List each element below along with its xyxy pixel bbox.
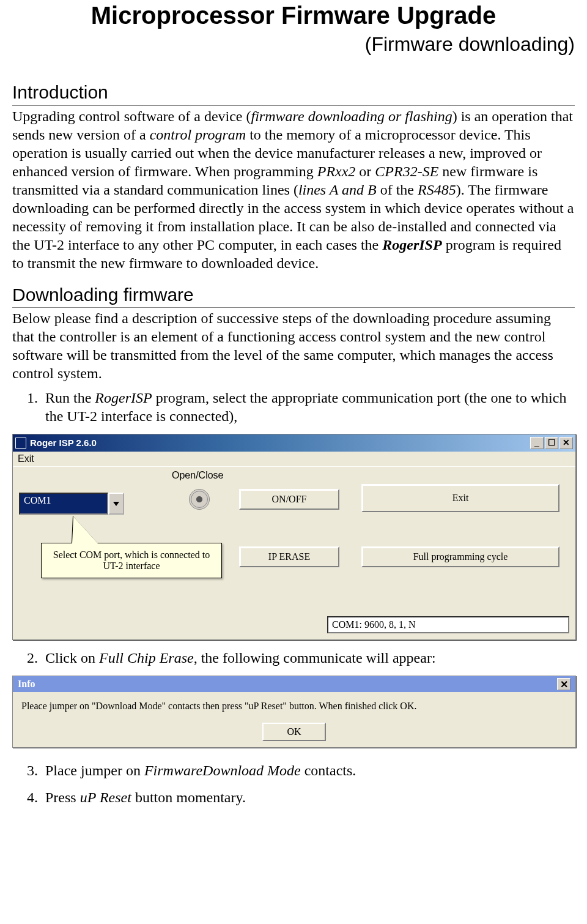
dialog-close-button[interactable]: ✕ [557,678,570,690]
titlebar[interactable]: Roger ISP 2.6.0 _ ☐ ✕ [13,434,575,452]
com-port-combo[interactable]: COM1 [19,493,124,515]
section-heading-downloading: Downloading firmware [12,283,575,308]
downloading-paragraph: Below please find a description of succe… [12,309,575,382]
section-heading-introduction: Introduction [12,81,575,106]
full-programming-cycle-button[interactable]: Full programming cycle [361,546,559,567]
combo-dropdown-button[interactable] [108,493,124,515]
com-port-value[interactable]: COM1 [19,493,108,515]
page-subtitle: (Firmware downloading) [12,32,575,56]
maximize-button[interactable]: ☐ [545,437,558,449]
page-title: Microprocessor Firmware Upgrade [12,0,575,31]
step-4: Press uP Reset button momentary. [42,788,575,807]
rogerisp-window: Roger ISP 2.6.0 _ ☐ ✕ Exit Open/Close CO… [12,434,576,640]
dialog-title: Info [18,679,35,690]
tooltip-select-com-port: Select COM port, which is connected to U… [41,543,222,578]
dialog-ok-button[interactable]: OK [262,723,326,741]
app-icon [15,438,26,449]
close-button[interactable]: ✕ [559,437,573,449]
intro-paragraph: Upgrading control software of a device (… [12,107,575,272]
dialog-body-text: Pleace jumper on "Download Mode" contact… [13,692,575,715]
menu-exit[interactable]: Exit [13,452,575,467]
ip-erase-button[interactable]: IP ERASE [239,546,339,567]
chevron-down-icon [113,501,119,507]
minimize-button[interactable]: _ [530,437,544,449]
step-2: Click on Full Chip Erase, the following … [42,649,575,667]
status-bar: COM1: 9600, 8, 1, N [327,616,569,633]
step-3: Place jumper on FirmwareDownload Mode co… [42,761,575,780]
exit-button[interactable]: Exit [361,484,559,512]
info-dialog: Info ✕ Pleace jumper on "Download Mode" … [12,676,576,748]
window-title: Roger ISP 2.6.0 [30,438,97,449]
step-1: Run the RogerISP program, select the app… [42,389,575,425]
group-label-openclose: Open/Close [172,469,224,482]
svg-marker-0 [113,502,119,506]
openclose-radio[interactable] [189,489,210,510]
onoff-button[interactable]: ON/OFF [239,489,339,510]
